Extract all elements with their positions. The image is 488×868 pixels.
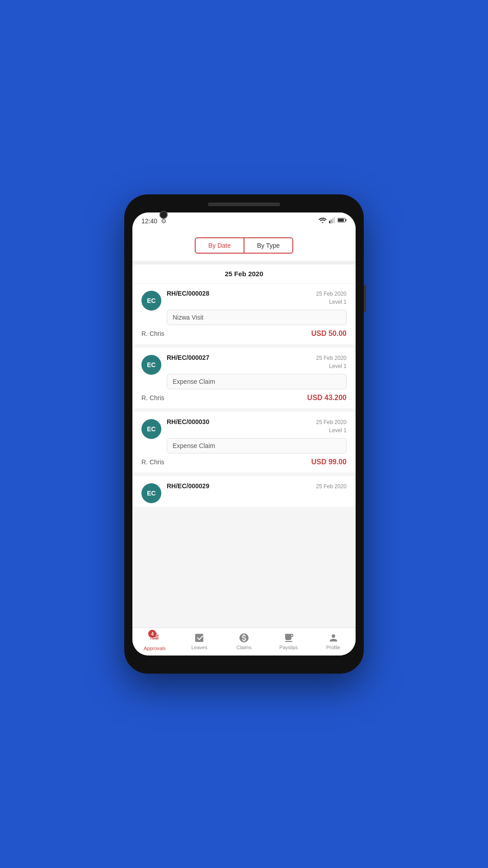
claims-icon [239, 632, 249, 643]
leaves-label: Leaves [191, 645, 207, 650]
claim-bottom-row: R. Chris USD 99.00 [141, 458, 347, 466]
claim-meta-right: 25 Feb 2020 Level 1 [316, 418, 347, 434]
claim-date: 25 Feb 2020 [316, 354, 347, 362]
claim-item[interactable]: EC RH/EC/000028 25 Feb 2020 Level 1 Nizw… [132, 283, 356, 348]
by-date-toggle[interactable]: By Date [195, 237, 244, 254]
status-right [319, 217, 347, 225]
claim-id: RH/EC/000029 [167, 482, 209, 490]
claim-person: R. Chris [141, 394, 164, 401]
svg-rect-3 [334, 217, 335, 223]
claim-date: 25 Feb 2020 [316, 290, 347, 298]
payslips-label: Payslips [279, 645, 298, 650]
battery-icon [338, 217, 347, 224]
toggle-container: By Date By Type [141, 237, 347, 254]
claim-item-partial[interactable]: EC RH/EC/000029 25 Feb 2020 [132, 476, 356, 507]
claim-id: RH/EC/000028 [167, 290, 209, 297]
nav-payslips[interactable]: Payslips [273, 632, 305, 650]
payslips-icon [283, 632, 294, 643]
camera [160, 211, 168, 219]
claim-top-row: EC RH/EC/000028 25 Feb 2020 Level 1 Nizw… [141, 290, 347, 325]
claim-info: RH/EC/000027 25 Feb 2020 Level 1 Expense… [167, 354, 347, 389]
claim-description: Expense Claim [167, 374, 347, 389]
claim-description: Expense Claim [167, 438, 347, 453]
claim-info: RH/EC/000030 25 Feb 2020 Level 1 Expense… [167, 418, 347, 453]
power-button [364, 285, 366, 312]
avatar: EC [141, 483, 161, 503]
divider [132, 261, 356, 264]
claim-date: 25 Feb 2020 [316, 482, 347, 491]
claim-level: Level 1 [316, 426, 347, 434]
app-header: By Date By Type [132, 227, 356, 261]
claim-item[interactable]: EC RH/EC/000030 25 Feb 2020 Level 1 Expe… [132, 412, 356, 476]
claim-header-row: RH/EC/000030 25 Feb 2020 Level 1 [167, 418, 347, 434]
claim-level: Level 1 [316, 298, 347, 306]
nav-profile[interactable]: Profile [318, 632, 349, 650]
claim-meta-right: 25 Feb 2020 Level 1 [316, 290, 347, 306]
section-date-header: 25 Feb 2020 [132, 264, 356, 283]
claim-bottom-row: R. Chris USD 50.00 [141, 330, 347, 338]
avatar: EC [141, 419, 161, 439]
svg-rect-6 [338, 219, 344, 222]
avatar: EC [141, 355, 161, 375]
claim-description: Nizwa Visit [167, 310, 347, 325]
claim-header-row: RH/EC/000028 25 Feb 2020 Level 1 [167, 290, 347, 306]
approvals-label: Approvals [144, 646, 166, 651]
bottom-nav: 4 Approvals Leaves Claims P [132, 627, 356, 656]
leaves-icon [194, 632, 205, 643]
phone-frame: 12:40 ⚙ [124, 194, 364, 674]
claim-person: R. Chris [141, 458, 164, 466]
claim-info: RH/EC/000029 25 Feb 2020 [167, 482, 347, 491]
svg-rect-2 [332, 218, 333, 223]
signal-icon [329, 217, 335, 225]
profile-label: Profile [326, 645, 340, 650]
wifi-icon [319, 217, 327, 225]
claim-item[interactable]: EC RH/EC/000027 25 Feb 2020 Level 1 Expe… [132, 348, 356, 412]
claim-top-row: EC RH/EC/000030 25 Feb 2020 Level 1 Expe… [141, 418, 347, 453]
claim-top-row: EC RH/EC/000027 25 Feb 2020 Level 1 Expe… [141, 354, 347, 389]
claim-amount: USD 50.00 [311, 330, 347, 338]
claim-meta-right: 25 Feb 2020 [316, 482, 347, 491]
claim-date: 25 Feb 2020 [316, 418, 347, 426]
nav-approvals-icon-wrap: 4 [149, 632, 160, 644]
claims-label: Claims [236, 645, 252, 650]
svg-rect-5 [346, 219, 347, 221]
screen: 12:40 ⚙ [132, 212, 356, 656]
avatar: EC [141, 291, 161, 311]
claim-id: RH/EC/000027 [167, 354, 209, 361]
svg-rect-1 [331, 220, 332, 223]
claim-bottom-row: R. Chris USD 43.200 [141, 394, 347, 402]
nav-approvals[interactable]: 4 Approvals [139, 632, 170, 651]
claim-level: Level 1 [316, 362, 347, 370]
claim-person: R. Chris [141, 330, 164, 337]
claim-amount: USD 43.200 [307, 394, 347, 402]
nav-claims[interactable]: Claims [228, 632, 260, 650]
svg-rect-0 [329, 221, 330, 223]
claim-top-row: EC RH/EC/000029 25 Feb 2020 [141, 482, 347, 503]
by-type-toggle[interactable]: By Type [244, 237, 293, 254]
claim-header-row: RH/EC/000027 25 Feb 2020 Level 1 [167, 354, 347, 370]
profile-icon [328, 632, 339, 643]
claim-info: RH/EC/000028 25 Feb 2020 Level 1 Nizwa V… [167, 290, 347, 325]
nav-leaves[interactable]: Leaves [183, 632, 215, 650]
claim-id: RH/EC/000030 [167, 418, 209, 425]
claim-header-row: RH/EC/000029 25 Feb 2020 [167, 482, 347, 491]
claim-meta-right: 25 Feb 2020 Level 1 [316, 354, 347, 370]
status-time: 12:40 [141, 217, 157, 225]
content-area[interactable]: 25 Feb 2020 EC RH/EC/000028 25 Feb 2020 … [132, 264, 356, 627]
claim-amount: USD 99.00 [311, 458, 347, 466]
